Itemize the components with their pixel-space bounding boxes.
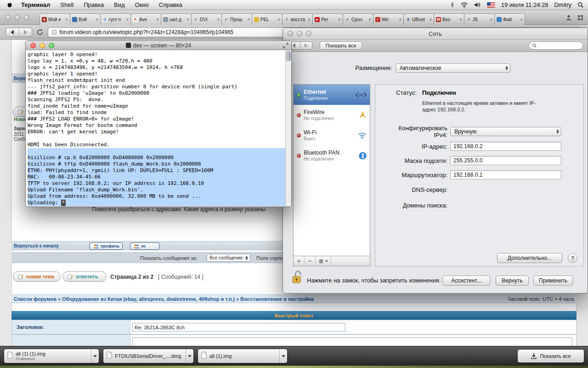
browser-tab[interactable]: eМой е×	[40, 13, 70, 25]
chevron-down-icon[interactable]	[186, 349, 193, 363]
new-topic-button[interactable]: новая тема	[13, 271, 61, 282]
tab-close-icon[interactable]: ×	[247, 17, 250, 22]
forward-button[interactable]	[19, 28, 32, 36]
tab-close-icon[interactable]: ×	[96, 17, 98, 22]
field-input[interactable]: 255.255.0.0	[450, 156, 561, 165]
download-item[interactable]: FTDIUSBSerialDriver_....dmg	[103, 349, 194, 363]
tab-close-icon[interactable]: ×	[338, 17, 341, 22]
downloads-show-all-button[interactable]: Показать все	[517, 349, 584, 363]
show-posts-select[interactable]: Все сообщения	[207, 254, 250, 262]
zoom-button[interactable]	[49, 43, 54, 48]
browser-tab[interactable]: ✓Прош×	[221, 13, 252, 25]
terminal-titlebar[interactable]: dev — screen — 80×24	[26, 41, 291, 50]
browser-tab[interactable]: ✓DVI×	[191, 13, 222, 25]
tab-close-icon[interactable]: ×	[277, 17, 280, 22]
download-item[interactable]: all (1).img	[198, 349, 288, 363]
close-button[interactable]	[6, 15, 11, 20]
menubar-clock[interactable]: 19 июля 11:24:28	[501, 1, 548, 8]
service-row-wifi[interactable]: Wi-FiВыкл.	[294, 125, 370, 145]
chevron-down-icon[interactable]	[279, 349, 287, 363]
add-service-button[interactable]: +	[294, 256, 305, 266]
tab-close-icon[interactable]: ×	[399, 17, 401, 22]
terminal-scrollbar[interactable]	[285, 50, 291, 207]
app-menu-terminal[interactable]: Терминал	[21, 1, 50, 8]
assistant-button[interactable]: Ассистент...	[442, 276, 490, 286]
tab-close-icon[interactable]: ×	[65, 17, 68, 22]
service-row-firewire[interactable]: FireWireНе подключен	[294, 105, 370, 125]
service-row-bluetooth[interactable]: Bluetooth PANНе подключен	[294, 145, 370, 166]
tab-overview-grid-icon[interactable]	[577, 14, 583, 23]
service-row-ethernet[interactable]: EthernetПодключен	[294, 85, 370, 105]
download-item[interactable]: all (1) (1).imgОтменено	[4, 349, 99, 363]
close-button[interactable]	[30, 43, 36, 48]
spotlight-icon[interactable]	[577, 2, 583, 8]
input-language-flag-icon[interactable]	[487, 2, 495, 8]
browser-tab[interactable]: Gгугл п×	[100, 13, 131, 25]
prefs-search-field[interactable]	[529, 41, 583, 50]
field-input[interactable]: 192.168.0.2	[450, 142, 561, 151]
revert-button[interactable]: Вернуть	[496, 276, 529, 286]
show-all-button[interactable]: Показать все	[320, 41, 362, 50]
browser-tab[interactable]: ✓Сроч×	[343, 13, 373, 25]
tab-close-icon[interactable]: ×	[217, 17, 220, 22]
message-textarea[interactable]	[132, 337, 572, 346]
menu-item-Shell[interactable]: Shell	[60, 1, 74, 8]
volume-icon[interactable]	[474, 2, 481, 8]
account-person-icon[interactable]	[565, 14, 572, 23]
menu-item-Окно[interactable]: Окно	[135, 1, 149, 8]
profile-button[interactable]: профиль	[90, 242, 123, 250]
advanced-button[interactable]: Дополнительно...	[497, 253, 562, 263]
apple-menu[interactable]	[6, 1, 13, 9]
tab-close-icon[interactable]: ×	[156, 17, 159, 22]
browser-tab[interactable]: ▸Рег×	[312, 13, 343, 25]
tab-close-icon[interactable]: ×	[520, 17, 523, 22]
tab-close-icon[interactable]: ×	[187, 17, 189, 22]
browser-tab[interactable]: ✓35×	[464, 13, 495, 25]
back-to-top-link[interactable]: Вернуться к началу	[14, 243, 59, 248]
browser-tab[interactable]: MВхо×	[434, 13, 464, 25]
browser-tab[interactable]: ✓Wri×	[373, 13, 404, 25]
back-button[interactable]	[6, 28, 19, 36]
browser-tab[interactable]: ✓восста×	[282, 13, 313, 25]
browser-tab[interactable]: AAve×	[130, 13, 161, 25]
minimize-button[interactable]	[40, 43, 45, 48]
bluetooth-icon[interactable]	[450, 1, 454, 8]
browser-tab[interactable]: Фай×	[494, 13, 525, 25]
browser-tab[interactable]: PEL×	[252, 13, 283, 25]
resize-icon[interactable]	[283, 43, 288, 48]
tab-close-icon[interactable]: ×	[429, 17, 432, 22]
browser-tab[interactable]: uart д×	[161, 13, 192, 25]
reload-button[interactable]	[37, 29, 43, 35]
tab-close-icon[interactable]: ×	[308, 17, 311, 22]
network-titlebar[interactable]: Сеть	[283, 28, 588, 40]
apply-button[interactable]: Применить	[533, 276, 573, 286]
prefs-forward-button[interactable]	[300, 42, 312, 49]
chevron-down-icon[interactable]	[91, 349, 99, 363]
menu-item-Справка[interactable]: Справка	[159, 1, 182, 8]
browser-tabbar[interactable]: eМой е×Вой×Gгугл п×AAve×uart д×✓DVI×✓Про…	[0, 10, 588, 25]
subject-input[interactable]: Re: 3521A-2853C 8ch	[132, 323, 345, 332]
tab-close-icon[interactable]: ×	[490, 17, 492, 22]
field-popup[interactable]: Вручную	[450, 127, 561, 136]
tab-close-icon[interactable]: ×	[459, 17, 462, 22]
lock-icon[interactable]	[291, 270, 303, 287]
wifi-icon[interactable]	[460, 2, 468, 8]
field-input[interactable]: 192.168.0.1	[450, 170, 561, 179]
scrollbar-thumb[interactable]	[286, 51, 291, 61]
tab-close-icon[interactable]: ×	[368, 17, 371, 22]
menu-item-Вид[interactable]: Вид	[114, 1, 125, 8]
menu-item-Правка[interactable]: Правка	[84, 1, 104, 8]
breadcrumb[interactable]: Список форумов » Оборудование из Китая (…	[14, 296, 314, 302]
private-message-button[interactable]: лс	[130, 242, 159, 250]
browser-tab[interactable]: XUBoot×	[403, 13, 434, 25]
menubar-user[interactable]: Dmitry	[554, 1, 571, 8]
location-popup[interactable]: Автоматическое	[396, 63, 510, 73]
zoom-button[interactable]	[24, 15, 29, 20]
service-actions-button[interactable]	[316, 256, 331, 266]
browser-tab[interactable]: Вой×	[70, 13, 101, 25]
remove-service-button[interactable]: −	[305, 256, 316, 266]
terminal-output[interactable]: graphic layer 0 opened!logo lay = 1, x =…	[26, 50, 285, 207]
reply-button[interactable]: ответить	[62, 271, 107, 282]
tab-close-icon[interactable]: ×	[126, 17, 129, 22]
minimize-button[interactable]	[15, 15, 20, 20]
